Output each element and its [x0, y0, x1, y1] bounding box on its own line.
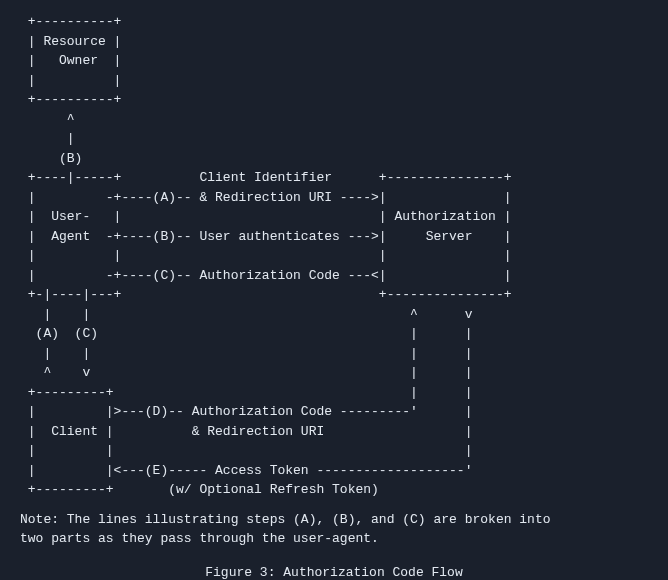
- figure-caption: Figure 3: Authorization Code Flow: [20, 563, 648, 581]
- diagram-note: Note: The lines illustrating steps (A), …: [20, 510, 648, 549]
- ascii-diagram: +----------+ | Resource | | Owner | | | …: [20, 12, 648, 500]
